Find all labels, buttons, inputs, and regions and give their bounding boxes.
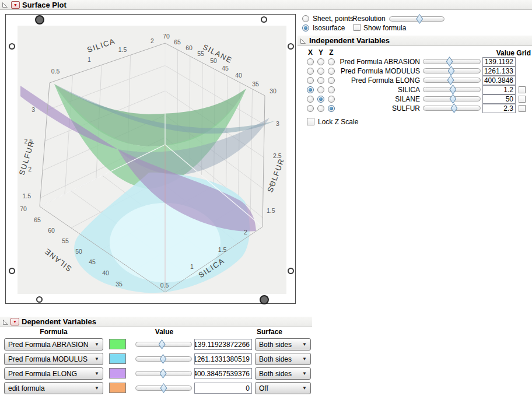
- rotate-handle-bottom-left[interactable]: [36, 296, 43, 303]
- disclosure-triangle-icon[interactable]: [2, 2, 8, 8]
- modulus-dep-slider[interactable]: [135, 354, 192, 364]
- abrasion-x-radio[interactable]: [307, 58, 314, 65]
- sulfur-z-radio[interactable]: [328, 105, 335, 112]
- edit-formula-slider-thumb[interactable]: [160, 383, 167, 393]
- silane-y-radio[interactable]: [317, 96, 324, 103]
- svg-text:1.5: 1.5: [267, 207, 275, 214]
- silica-slider-thumb[interactable]: [449, 85, 456, 94]
- rotate-handle-top-right[interactable]: [261, 16, 267, 23]
- rotate-handle-right-lower[interactable]: [288, 268, 294, 274]
- plot-3d-canvas[interactable]: 0.5 1 1.5 2 70 65 60 55 50 45 40 35 30 3…: [18, 26, 286, 294]
- elong-color-swatch[interactable]: [109, 368, 126, 379]
- silica-value-field[interactable]: 1.2: [482, 85, 516, 94]
- abrasion-value-field[interactable]: 139.1192: [482, 57, 516, 66]
- formula-dropdown-modulus[interactable]: Pred Formula MODULUS▼: [4, 353, 103, 365]
- modulus-y-radio[interactable]: [317, 68, 324, 75]
- independent-variables-title: Independent Variables: [309, 36, 390, 45]
- modulus-dep-slider-thumb[interactable]: [160, 354, 167, 364]
- silane-value-field[interactable]: 50: [482, 94, 516, 104]
- abrasion-dep-value-field[interactable]: 139.11923872266: [194, 339, 252, 350]
- silane-slider[interactable]: [423, 94, 481, 104]
- elong-y-radio[interactable]: [317, 77, 324, 84]
- elong-dep-slider-thumb[interactable]: [160, 369, 167, 379]
- edit-formula-value-field[interactable]: 0: [194, 383, 252, 394]
- y-column-header: Y: [317, 48, 324, 57]
- elong-value-field[interactable]: 400.3846: [482, 76, 516, 85]
- svg-text:35: 35: [252, 80, 259, 87]
- svg-text:50: 50: [210, 57, 217, 64]
- sulfur-slider-thumb[interactable]: [450, 103, 457, 113]
- modulus-color-swatch[interactable]: [109, 353, 126, 364]
- rotate-handle-top-left[interactable]: [35, 15, 44, 24]
- abrasion-dep-slider-thumb[interactable]: [159, 339, 166, 349]
- elong-slider[interactable]: [423, 75, 481, 85]
- modulus-slider-thumb[interactable]: [448, 66, 455, 76]
- menu-triangle-icon: ▼: [13, 3, 18, 7]
- silica-x-radio[interactable]: [307, 86, 314, 93]
- svg-text:60: 60: [186, 44, 192, 51]
- show-formula-checkbox[interactable]: [354, 24, 360, 31]
- rotate-handle-right-upper[interactable]: [288, 43, 294, 50]
- modulus-dep-value-field[interactable]: 1261.1331380519: [194, 353, 252, 365]
- red-menu-button[interactable]: ▼: [11, 1, 20, 9]
- edit-formula-color-swatch[interactable]: [109, 383, 126, 393]
- elong-dep-value-field[interactable]: 400.38457539376: [194, 368, 252, 379]
- silane-axis-title-bottom: SILANE: [43, 247, 74, 274]
- formula-dropdown-elong[interactable]: Pred Formula ELONG▼: [4, 367, 103, 380]
- dependent-variables-title: Dependent Variables: [22, 317, 96, 326]
- modulus-value-field[interactable]: 1261.133: [482, 66, 516, 76]
- silica-y-radio[interactable]: [317, 86, 324, 93]
- rotate-handle-left-lower[interactable]: [9, 268, 15, 274]
- chevron-down-icon: ▼: [94, 356, 99, 362]
- silane-slider-thumb[interactable]: [449, 94, 456, 104]
- sheet-points-radio[interactable]: [302, 15, 309, 22]
- svg-text:2: 2: [244, 229, 247, 236]
- elong-x-radio[interactable]: [307, 77, 314, 84]
- formula-dropdown-edit[interactable]: edit formula▼: [4, 382, 103, 394]
- abrasion-slider[interactable]: [423, 57, 481, 66]
- rotate-handle-bottom-right[interactable]: [260, 295, 269, 304]
- red-menu-button[interactable]: ▼: [10, 318, 19, 325]
- abrasion-surface-dropdown[interactable]: Both sides▼: [255, 338, 311, 351]
- chevron-down-icon: ▼: [94, 386, 99, 391]
- modulus-surface-dropdown[interactable]: Both sides▼: [255, 353, 311, 365]
- silane-row-label: SILANE: [338, 95, 420, 103]
- abrasion-color-swatch[interactable]: [109, 339, 126, 349]
- abrasion-z-radio[interactable]: [328, 58, 335, 65]
- elong-dep-slider[interactable]: [135, 369, 192, 379]
- lock-z-scale-checkbox[interactable]: [307, 118, 314, 125]
- svg-text:40: 40: [102, 269, 109, 276]
- edit-formula-surface-dropdown[interactable]: Off▼: [255, 382, 311, 394]
- sulfur-value-field[interactable]: 2.3: [482, 104, 516, 113]
- silica-z-radio[interactable]: [328, 86, 335, 93]
- silica-slider[interactable]: [423, 85, 481, 94]
- resolution-slider[interactable]: [389, 14, 444, 24]
- silane-z-radio[interactable]: [328, 96, 335, 103]
- resolution-slider-thumb[interactable]: [416, 14, 423, 24]
- silane-x-radio[interactable]: [307, 96, 314, 103]
- disclosure-triangle-icon[interactable]: [2, 319, 9, 325]
- formula-dropdown-abrasion[interactable]: Pred Formula ABRASION▼: [4, 338, 103, 351]
- abrasion-slider-thumb[interactable]: [446, 57, 453, 66]
- modulus-x-radio[interactable]: [307, 68, 314, 75]
- sulfur-y-radio[interactable]: [317, 105, 324, 112]
- sulfur-grid-checkbox[interactable]: [519, 105, 526, 112]
- abrasion-dep-slider[interactable]: [135, 339, 192, 349]
- svg-text:2: 2: [150, 37, 154, 44]
- rotate-handle-left-upper[interactable]: [9, 43, 15, 50]
- elong-surface-dropdown[interactable]: Both sides▼: [255, 367, 311, 380]
- silane-grid-checkbox[interactable]: [519, 96, 526, 103]
- abrasion-y-radio[interactable]: [317, 58, 324, 65]
- disclosure-triangle-icon[interactable]: [300, 38, 306, 44]
- svg-text:1: 1: [88, 56, 91, 63]
- silica-grid-checkbox[interactable]: [519, 86, 526, 93]
- elong-slider-thumb[interactable]: [447, 75, 454, 85]
- svg-text:1.5: 1.5: [118, 46, 127, 53]
- elong-z-radio[interactable]: [328, 77, 335, 84]
- modulus-slider[interactable]: [423, 66, 481, 76]
- modulus-z-radio[interactable]: [328, 68, 335, 75]
- sulfur-slider[interactable]: [423, 103, 481, 113]
- sulfur-x-radio[interactable]: [307, 105, 314, 112]
- isosurface-radio[interactable]: [302, 24, 309, 31]
- edit-formula-slider[interactable]: [135, 383, 192, 393]
